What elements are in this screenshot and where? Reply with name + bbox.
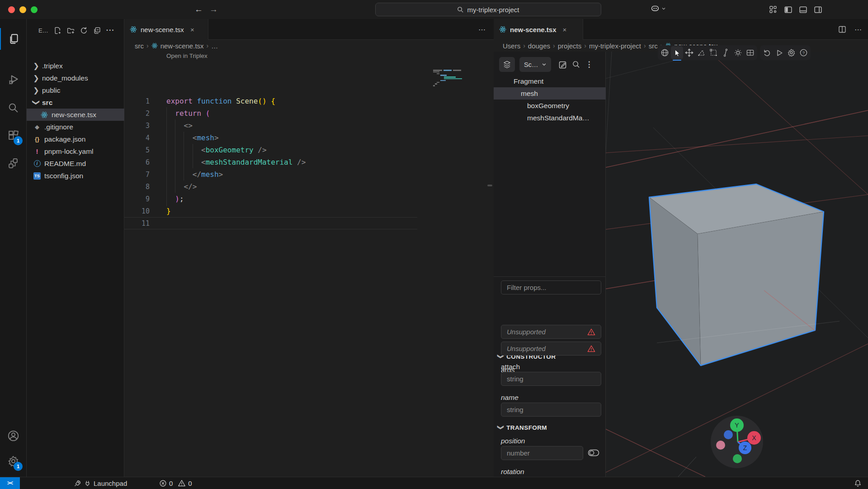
toggle-panel-button[interactable] — [797, 4, 808, 15]
code-editor[interactable]: Open in Triplex 1export function Scene()… — [124, 52, 494, 477]
customize-layout-button[interactable] — [768, 4, 778, 15]
indent-guide — [175, 119, 175, 193]
open-in-triplex-codelens[interactable]: Open in Triplex — [166, 52, 208, 62]
grid-toggle-button[interactable] — [744, 46, 756, 59]
scale-tool-button[interactable] — [720, 46, 732, 59]
code-line[interactable]: 9 ); — [124, 193, 494, 205]
tab-triplex-new-scene[interactable]: new-scene.tsx × — [494, 19, 583, 40]
scene-node-fragment[interactable]: Fragment — [494, 75, 606, 87]
position-toggle[interactable] — [588, 449, 599, 457]
code-line[interactable]: 8 </> — [124, 180, 494, 193]
file-row-package-json[interactable]: {}package.json — [27, 133, 124, 145]
tab-new-scene[interactable]: new-scene.tsx × — [124, 19, 208, 40]
file-row-new-scene[interactable]: new-scene.tsx — [27, 109, 124, 121]
title-bar: ← → my-triplex-project — [0, 0, 868, 19]
attach-input[interactable]: string — [501, 372, 601, 386]
filter-props-input[interactable]: Filter props... — [501, 280, 601, 294]
transform-section-header[interactable]: ❯ TRANSFORM — [498, 424, 547, 431]
sash-handle[interactable] — [487, 185, 492, 186]
warning-icon — [178, 479, 186, 487]
help-button[interactable]: ? — [797, 46, 810, 59]
play-button[interactable] — [773, 46, 785, 59]
file-row-triplex[interactable]: ❯.triplex — [27, 60, 124, 72]
code-line[interactable]: 4 <mesh> — [124, 132, 494, 144]
code-line[interactable]: 11 — [124, 217, 417, 229]
warning-icon — [587, 345, 595, 353]
breadcrumb[interactable]: src› new-scene.tsx› … — [124, 40, 494, 52]
zoom-window-button[interactable] — [31, 6, 38, 13]
settings-button[interactable] — [785, 46, 797, 59]
remote-indicator[interactable]: >< — [0, 477, 20, 489]
close-window-button[interactable] — [8, 6, 15, 13]
accounts-button[interactable] — [0, 425, 27, 446]
problems-status-item[interactable]: 0 0 — [159, 477, 192, 489]
refresh-icon[interactable] — [80, 27, 88, 34]
code-line[interactable]: 7 </mesh> — [124, 168, 494, 180]
folder-row-src[interactable]: ❯src — [27, 96, 124, 109]
scene-node-meshstandardmaterial[interactable]: meshStandardMa… — [494, 112, 606, 124]
undo-button[interactable] — [761, 46, 773, 59]
file-row-tsconfig[interactable]: TStsconfig.json — [27, 170, 124, 182]
indent-guide — [193, 144, 193, 168]
minimize-window-button[interactable] — [19, 6, 26, 13]
close-tab-icon[interactable]: × — [563, 26, 567, 33]
edit-scene-button[interactable] — [558, 60, 567, 69]
scene-layers-button[interactable] — [499, 57, 515, 72]
back-button[interactable]: ← — [194, 5, 203, 14]
code-line[interactable]: 3 <> — [124, 119, 494, 132]
file-row-pnpm-lock[interactable]: !pnpm-lock.yaml — [27, 145, 124, 157]
new-file-button[interactable] — [54, 27, 61, 34]
file-row-readme[interactable]: iREADME.md — [27, 157, 124, 170]
file-row-public[interactable]: ❯public — [27, 84, 124, 96]
code-line[interactable]: 6 <meshStandardMaterial /> — [124, 156, 494, 168]
launchpad-status-item[interactable]: Launchpad — [74, 477, 127, 489]
new-folder-button[interactable] — [67, 27, 75, 34]
explorer-sidebar: E… ··· ❯.triplex ❯node_modules ❯public ❯… — [27, 19, 124, 477]
rotation-label: rotation — [501, 468, 524, 476]
indent-guide — [166, 107, 167, 206]
toggle-primary-sidebar-button[interactable] — [783, 4, 793, 15]
code-line[interactable]: 2 return ( — [124, 107, 494, 119]
scene-more-button[interactable]: ⋮ — [585, 60, 593, 69]
more-actions-button[interactable]: ··· — [106, 26, 115, 34]
file-row-gitignore[interactable]: ◆.gitignore — [27, 121, 124, 133]
copilot-menu[interactable] — [650, 4, 666, 14]
split-editor-button[interactable] — [838, 25, 846, 33]
chevron-right-icon: ❯ — [33, 74, 39, 82]
extensions-view-button[interactable]: 1 — [0, 124, 27, 146]
position-input[interactable]: number — [501, 446, 583, 460]
scene-select-dropdown[interactable]: Sc… — [519, 57, 551, 72]
more-actions-button[interactable]: ⋯ — [854, 25, 862, 34]
name-input[interactable]: string — [501, 403, 601, 417]
rotate-tool-button[interactable] — [695, 46, 708, 59]
toggle-secondary-sidebar-button[interactable] — [812, 4, 823, 15]
collapse-folders-button[interactable] — [93, 27, 101, 34]
bell-icon — [854, 480, 862, 487]
settings-button[interactable]: 1 — [0, 450, 27, 472]
search-scene-button[interactable] — [572, 60, 580, 69]
code-line[interactable]: 10} — [124, 205, 494, 217]
camera-globe-button[interactable] — [659, 46, 671, 59]
scene-node-mesh[interactable]: mesh — [494, 87, 606, 100]
panel-divider — [494, 276, 606, 277]
editor-actions[interactable]: ⋯ — [478, 19, 486, 40]
translate-tool-button[interactable] — [683, 46, 695, 59]
run-debug-view-button[interactable] — [0, 69, 27, 90]
forward-button[interactable]: → — [209, 5, 218, 14]
code-line[interactable]: 5 <boxGeometry /> — [124, 144, 494, 156]
select-tool-button[interactable] — [671, 46, 683, 59]
explorer-view-button[interactable] — [0, 28, 27, 50]
search-view-button[interactable] — [0, 97, 27, 119]
notifications-bell[interactable] — [854, 477, 862, 489]
close-tab-icon[interactable]: × — [190, 26, 194, 33]
scene-node-boxgeometry[interactable]: boxGeometry — [494, 100, 606, 112]
svg-text:X: X — [752, 434, 756, 442]
minimap[interactable] — [433, 70, 474, 87]
typescript-icon: TS — [33, 172, 41, 180]
command-center[interactable]: my-triplex-project — [375, 3, 601, 16]
transform-marquee-button[interactable] — [708, 46, 720, 59]
lighting-toggle-button[interactable] — [732, 46, 744, 59]
file-row-node-modules[interactable]: ❯node_modules — [27, 72, 124, 84]
remote-explorer-view-button[interactable] — [0, 152, 27, 174]
code-line[interactable]: 1export function Scene() { — [124, 95, 494, 107]
